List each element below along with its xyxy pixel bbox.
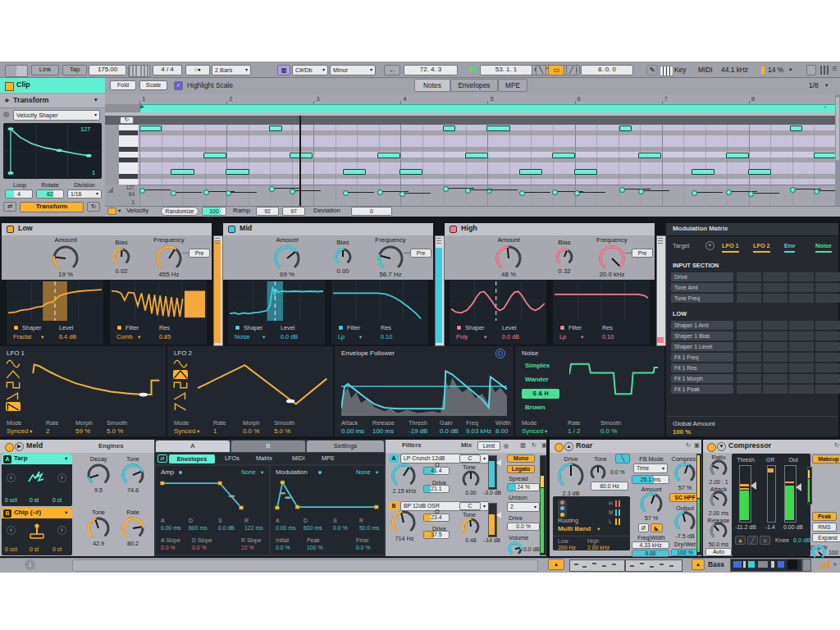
transform-refresh-button[interactable]: ↻ [87,202,100,212]
filter-type-menu[interactable]: Lp [559,334,566,340]
rotate-value[interactable]: 82 [36,191,64,198]
shaper-level-value[interactable]: 0.0 dB [502,334,519,340]
filter-enable-checkbox[interactable] [559,325,565,331]
midi-note[interactable] [790,126,802,131]
transform-swap-button[interactable]: ⇄ [3,202,16,212]
knee-value[interactable]: 6.0 dB [793,537,810,544]
scale-root-menu[interactable]: C#/Db▾ [292,65,328,75]
key-map-button[interactable]: Key [674,66,686,74]
saw-up-wave-icon[interactable] [6,391,21,400]
out-value[interactable]: 0.00 dB [781,524,806,530]
filter-enable-checkbox[interactable] [338,325,344,331]
noise-param-value[interactable]: Synced [522,428,543,435]
engine-b-st[interactable]: 0 st [30,546,39,552]
roar-tone-value[interactable]: 0.0 % [610,469,625,475]
mod-route-menu[interactable]: None [356,469,370,476]
saw-down-wave-icon[interactable] [173,402,188,411]
deviation-field[interactable]: 0 [351,207,392,216]
matrix-row-label[interactable]: Shaper 1 Bias [671,331,733,340]
roar-tone-filter-button[interactable]: ╲ [615,454,630,463]
noise-type-option[interactable]: Wander [525,377,549,383]
saw-up-wave-icon[interactable] [173,391,188,400]
filter-b-q-value[interactable]: 23.4 [423,514,450,520]
filter-res-value[interactable]: 0.85 [159,334,171,340]
bias-knob[interactable] [554,246,575,267]
noise-mode-caret[interactable]: ▾ [545,429,547,435]
draw-mode-button[interactable]: ✎ [646,65,658,75]
engine-a-oct[interactable]: 0 oct [5,497,17,503]
matrix-cell[interactable] [763,385,788,394]
engine-a-caret[interactable]: ▾ [65,456,67,462]
roar-save-icon[interactable]: ▣ [694,442,700,449]
unison-menu[interactable]: 2▾ [507,502,540,512]
mix-b-fader-handle[interactable] [496,512,501,518]
matrix-cell[interactable] [763,294,788,303]
triangle-wave-icon[interactable] [6,370,21,379]
shaper-enable-checkbox[interactable] [456,325,462,331]
velocity-marker[interactable] [619,187,625,193]
clip-chain-expand-button[interactable]: ▲ [548,559,564,570]
time-signature-field[interactable]: 4 / 4 [153,65,182,75]
amp-extra-value[interactable]: 0.0 % [192,545,207,550]
preset-hot-swap-icon[interactable]: ◎ [3,111,9,118]
tone-a-knob-value[interactable]: 74.6 [113,487,153,494]
velocity-marker[interactable] [486,188,492,194]
lfo-param-value[interactable]: Synced [7,428,28,435]
shaper-type-caret[interactable]: ▾ [262,335,265,340]
lfo-waveform-display[interactable] [26,357,161,416]
matrix-cell[interactable] [737,294,761,303]
mix-b-level-value[interactable]: -14 dB [479,537,505,543]
mix-a-level-value[interactable]: -3.0 dB [479,490,505,495]
gr-value[interactable]: -1.4 [761,524,779,530]
roar-output-knob[interactable] [673,509,697,534]
roar-amount-knob[interactable] [638,491,664,517]
thresh-handle[interactable] [751,482,756,490]
punch-in-icon[interactable]: ╲ [536,65,546,75]
amp-param-value[interactable]: 122 ms [244,525,263,531]
pre-button[interactable]: Pre [632,249,653,258]
shaper-enable-checkbox[interactable] [235,325,240,331]
engine-b-oct[interactable]: 0 oct [5,546,17,552]
matrix-cell[interactable] [737,342,761,351]
lfo-param-value[interactable]: 0.0 % [243,428,259,435]
cpu-meter[interactable]: 14 % [768,66,783,74]
midi-note[interactable] [574,169,597,175]
scale-name-menu[interactable]: Minor▾ [330,65,376,75]
midi-note[interactable] [619,126,632,131]
roar-drive-knob[interactable] [556,461,586,491]
rate-b-knob-value[interactable]: 80.2 [113,541,153,547]
filter-type-caret[interactable]: ▾ [359,335,362,340]
filter-a-drive-value[interactable]: 21.1 [423,486,450,491]
engine-a-next-button[interactable]: › [57,473,66,482]
matrix-cell[interactable] [789,272,814,281]
env-param-value[interactable]: 8.00 [495,428,508,435]
peak-hold-icon[interactable]: ▲ [735,536,746,545]
makeup-button[interactable]: Makeup [812,454,840,463]
midi-note[interactable] [139,126,162,131]
shaper-type-menu[interactable]: Poly [456,334,468,340]
mix-a-fader-handle[interactable] [496,459,501,466]
tone-b-knob-value[interactable]: 42.9 [79,541,118,547]
velocity-marker[interactable] [290,189,295,194]
midi-note[interactable] [465,153,488,158]
highlight-scale-checkbox[interactable]: ✓ [174,81,183,90]
transform-collapse-caret[interactable]: ▾ [94,97,98,103]
engine-b-ct[interactable]: 0 ct [52,546,62,552]
amp-route-menu[interactable]: None [241,469,255,476]
release-knob[interactable] [708,520,729,541]
frequency-knob[interactable] [597,244,627,273]
roar-routing-caret[interactable]: ▾ [597,527,600,532]
mod-param-value[interactable]: 600 ms [304,525,322,531]
matrix-cell[interactable] [737,331,761,340]
ratio-knob[interactable] [708,458,729,479]
matrix-cell[interactable] [789,342,814,351]
tone-b-knob[interactable] [85,515,112,541]
scale-mode-icon[interactable]: ▦ [277,65,290,75]
roar-tone-knob[interactable] [588,463,608,482]
midi-note[interactable] [519,169,542,175]
filter-type-caret[interactable]: ▾ [581,335,583,340]
matrix-cell[interactable] [763,283,788,292]
velocity-marker[interactable] [171,190,176,196]
amount-knob[interactable] [272,244,302,273]
mod-extra-value[interactable]: 100 % [307,545,323,550]
